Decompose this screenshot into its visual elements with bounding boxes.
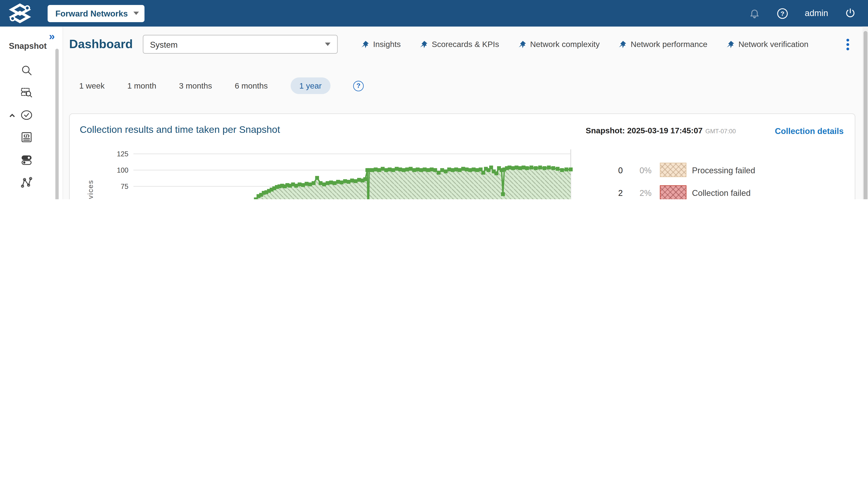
legend-row-collection-failed: 22% Collection failed <box>582 185 848 199</box>
collection-results-card: Collection results and time taken per Sn… <box>69 113 855 199</box>
time-range-selector: 1 week 1 month 3 months 6 months 1 year … <box>79 77 364 94</box>
pushpin-icon <box>618 40 627 48</box>
sidebar-section-snapshot: Snapshot <box>9 41 46 51</box>
dashboard-view-select[interactable]: System <box>143 35 338 54</box>
pin-scorecards-kpis[interactable]: Scorecards & KPIs <box>420 40 499 48</box>
org-selector-label: Forward Networks <box>55 8 128 18</box>
view-select-value: System <box>150 39 319 49</box>
pushpin-icon <box>726 40 735 48</box>
card-title: Collection results and time taken per Sn… <box>80 124 280 135</box>
svg-text:?: ? <box>780 10 784 17</box>
pushpin-icon <box>361 40 369 48</box>
chevron-down-icon <box>133 11 139 15</box>
pushpin-icon <box>420 40 428 48</box>
pin-insights[interactable]: Insights <box>361 40 401 48</box>
page-scrollbar-thumb[interactable] <box>863 31 867 199</box>
pin-network-complexity[interactable]: Network complexity <box>518 40 600 48</box>
snapshot-timestamp: Snapshot: 2025-03-19 17:45:07GMT-07:00 <box>586 126 736 135</box>
svg-text:Devices: Devices <box>86 180 94 199</box>
toggles-icon[interactable] <box>21 154 33 166</box>
svg-text:125: 125 <box>117 150 128 158</box>
results-legend: 00% Processing failed 22% Collection fai… <box>582 163 848 199</box>
config-doc-icon[interactable] <box>21 131 33 143</box>
more-options-kebab-icon[interactable] <box>844 36 851 52</box>
help-icon[interactable]: ? <box>776 7 788 19</box>
svg-text:50: 50 <box>121 199 128 199</box>
pin-network-verification[interactable]: Network verification <box>726 40 809 48</box>
collection-failed-swatch <box>660 185 686 199</box>
pushpin-icon <box>518 40 526 48</box>
collection-details-link[interactable]: Collection details <box>775 126 844 135</box>
time-range-1-month[interactable]: 1 month <box>127 81 156 90</box>
page-scrollbar-track[interactable] <box>863 27 868 199</box>
time-range-3-months[interactable]: 3 months <box>179 81 212 90</box>
forward-networks-logo <box>8 3 32 24</box>
left-sidebar: » Snapshot Network <box>0 27 63 199</box>
pinned-links: Insights Scorecards & KPIs Network compl… <box>361 40 809 48</box>
legend-row-processing-failed: 00% Processing failed <box>582 163 848 177</box>
sidebar-expand-icon[interactable]: » <box>49 31 55 41</box>
time-range-6-months[interactable]: 6 months <box>235 81 268 90</box>
svg-text:75: 75 <box>121 183 128 190</box>
search-icon[interactable] <box>21 64 33 76</box>
time-range-1-week[interactable]: 1 week <box>79 81 105 90</box>
time-range-1-year-selected[interactable]: 1 year <box>290 77 331 94</box>
logout-power-icon[interactable] <box>845 8 856 19</box>
chevron-down-icon <box>325 43 330 46</box>
devices-chart: 0255075100125May '24Jul '24Sep '24Nov '2… <box>80 144 578 199</box>
device-search-icon[interactable] <box>21 86 33 98</box>
time-range-help-icon[interactable]: ? <box>353 80 364 91</box>
pin-network-performance[interactable]: Network performance <box>618 40 707 48</box>
check-circle-icon[interactable] <box>21 109 33 121</box>
top-bar: Forward Networks ? admin <box>0 0 868 27</box>
user-name[interactable]: admin <box>805 8 828 18</box>
main-content: Dashboard System Insights Scorecards & K… <box>63 27 868 199</box>
sidebar-scrollbar[interactable] <box>55 49 59 199</box>
svg-text:100: 100 <box>117 166 128 174</box>
page-title: Dashboard <box>69 37 133 52</box>
org-selector[interactable]: Forward Networks <box>48 5 145 22</box>
app-screen: Forward Networks ? admin » Snapshot <box>0 0 868 199</box>
path-analysis-icon[interactable] <box>21 176 33 189</box>
notifications-bell-icon[interactable] <box>749 8 760 19</box>
processing-failed-swatch <box>660 163 686 177</box>
chevron-up-icon[interactable] <box>9 111 16 118</box>
